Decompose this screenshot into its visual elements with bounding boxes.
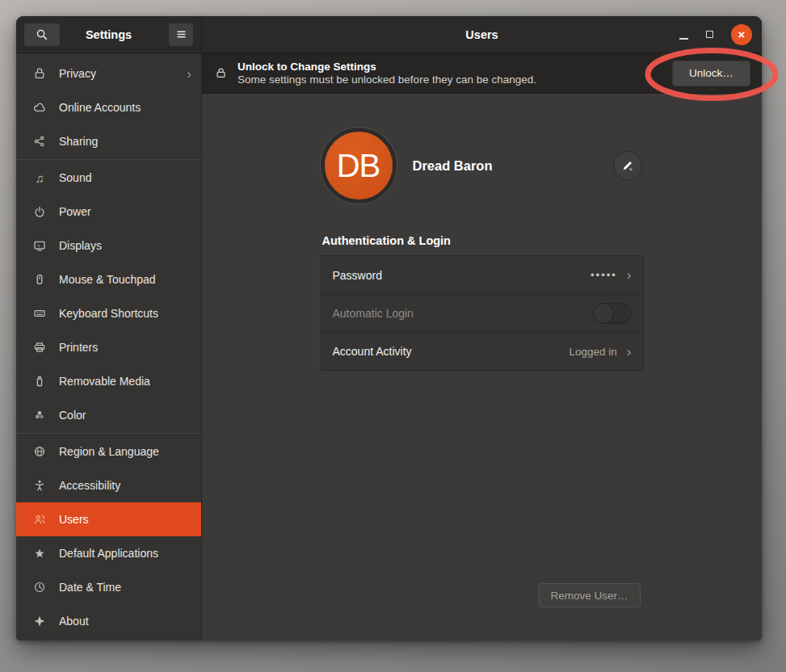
sidebar-item-date-time[interactable]: Date & Time <box>16 570 201 604</box>
avatar-initials: DB <box>337 148 380 184</box>
sidebar: Privacy › Online Accounts Sharing ♫ Soun… <box>16 53 202 640</box>
sidebar-item-default-applications[interactable]: Default Applications <box>16 536 201 570</box>
sidebar-item-online-accounts[interactable]: Online Accounts <box>16 90 201 124</box>
content-column: DB Dread Baron Authentication & Login Pa… <box>321 94 644 640</box>
sidebar-item-label: Removable Media <box>59 375 191 388</box>
remove-user-button[interactable]: Remove User… <box>539 583 641 607</box>
sidebar-item-label: Mouse & Touchpad <box>59 273 191 286</box>
toggle-knob <box>593 303 614 324</box>
search-button[interactable] <box>24 23 60 46</box>
automatic-login-row: Automatic Login <box>322 294 643 332</box>
sidebar-item-region-language[interactable]: Region & Language <box>16 435 201 468</box>
sidebar-item-mouse-touchpad[interactable]: Mouse & Touchpad <box>16 262 201 296</box>
sidebar-item-accessibility[interactable]: Accessibility <box>16 468 201 502</box>
search-icon <box>36 28 48 41</box>
users-panel: DB Dread Baron Authentication & Login Pa… <box>202 94 762 640</box>
sidebar-header: Settings <box>16 16 202 52</box>
sidebar-item-label: Printers <box>59 341 191 354</box>
mouse-icon <box>32 272 47 287</box>
avatar: DB <box>321 128 397 204</box>
window-controls: × <box>679 24 752 45</box>
content-header: Users × <box>202 16 762 52</box>
sidebar-item-label: Accessibility <box>59 479 191 492</box>
sidebar-item-privacy[interactable]: Privacy › <box>16 57 201 90</box>
sidebar-item-keyboard-shortcuts[interactable]: Keyboard Shortcuts <box>16 296 201 330</box>
banner-text: Unlock to Change Settings Some settings … <box>237 61 536 86</box>
banner-subtitle: Some settings must be unlocked before th… <box>237 74 536 86</box>
sidebar-item-about[interactable]: About <box>16 604 201 638</box>
sidebar-item-removable-media[interactable]: Removable Media <box>16 364 201 398</box>
sidebar-separator <box>16 159 201 160</box>
row-label: Password <box>333 269 591 282</box>
star-icon <box>32 546 47 561</box>
sidebar-item-label: Default Applications <box>59 547 191 560</box>
sidebar-item-label: Region & Language <box>59 445 191 458</box>
pencil-icon <box>621 159 634 172</box>
section-title: Authentication & Login <box>322 234 644 247</box>
music-note-icon: ♫ <box>32 170 47 185</box>
lock-icon <box>32 66 47 81</box>
account-activity-row[interactable]: Account Activity Logged in › <box>322 332 643 370</box>
sparkle-icon <box>32 614 47 628</box>
account-activity-value: Logged in <box>570 346 617 358</box>
sidebar-item-label: Online Accounts <box>59 101 191 114</box>
clock-icon <box>32 580 47 594</box>
maximize-button[interactable] <box>706 31 713 38</box>
headerbar: Settings Users × <box>16 16 762 53</box>
menu-button[interactable] <box>169 23 193 46</box>
password-row[interactable]: Password ••••• › <box>322 256 643 294</box>
sidebar-item-color[interactable]: Color <box>16 398 201 432</box>
automatic-login-toggle[interactable] <box>593 303 632 324</box>
banner-title: Unlock to Change Settings <box>237 61 536 73</box>
removable-media-icon <box>32 374 47 388</box>
minimize-button[interactable] <box>679 38 688 40</box>
sidebar-item-label: Power <box>59 205 191 218</box>
edit-avatar-button[interactable] <box>613 151 642 180</box>
sidebar-separator <box>16 433 201 434</box>
chevron-right-icon: › <box>627 268 632 282</box>
sidebar-item-label: Users <box>59 513 191 526</box>
accessibility-icon <box>32 478 47 493</box>
unlock-button[interactable]: Unlock… <box>672 61 750 86</box>
chevron-right-icon: › <box>627 345 632 359</box>
user-name: Dread Baron <box>413 158 493 174</box>
sidebar-item-label: Date & Time <box>59 581 191 594</box>
sidebar-item-label: Keyboard Shortcuts <box>59 307 191 320</box>
close-button[interactable]: × <box>731 24 752 45</box>
sidebar-item-label: Privacy <box>59 67 174 80</box>
sidebar-item-label: Sound <box>59 171 191 184</box>
keyboard-icon <box>32 306 47 321</box>
power-icon <box>32 204 47 219</box>
row-label: Account Activity <box>333 345 570 358</box>
sidebar-item-label: Sharing <box>59 135 191 148</box>
printer-icon <box>32 340 47 355</box>
sidebar-item-displays[interactable]: Displays <box>16 229 201 262</box>
sidebar-item-label: Color <box>59 409 191 422</box>
settings-window: Settings Users × Privacy › Online Accou <box>16 16 762 640</box>
row-label: Automatic Login <box>333 307 593 320</box>
chevron-right-icon: › <box>187 67 191 81</box>
password-dots: ••••• <box>591 269 617 281</box>
lock-icon <box>215 67 227 79</box>
sidebar-item-label: Displays <box>59 239 191 252</box>
users-icon <box>32 512 47 527</box>
sidebar-item-sharing[interactable]: Sharing <box>16 124 201 158</box>
sidebar-item-users[interactable]: Users <box>16 502 201 536</box>
display-icon <box>32 238 47 253</box>
unlock-banner: Unlock to Change Settings Some settings … <box>202 53 762 94</box>
sidebar-item-power[interactable]: Power <box>16 195 201 229</box>
cloud-icon <box>32 100 47 115</box>
sidebar-item-printers[interactable]: Printers <box>16 330 201 364</box>
globe-icon <box>32 444 47 459</box>
profile-row: DB Dread Baron <box>321 94 644 204</box>
sidebar-item-sound[interactable]: ♫ Sound <box>16 161 201 195</box>
hamburger-icon <box>175 28 187 40</box>
color-icon <box>32 408 47 422</box>
share-icon <box>32 134 47 149</box>
page-title: Users <box>202 28 762 41</box>
auth-listbox: Password ••••• › Automatic Login Account… <box>321 255 644 371</box>
sidebar-item-label: About <box>59 615 191 628</box>
